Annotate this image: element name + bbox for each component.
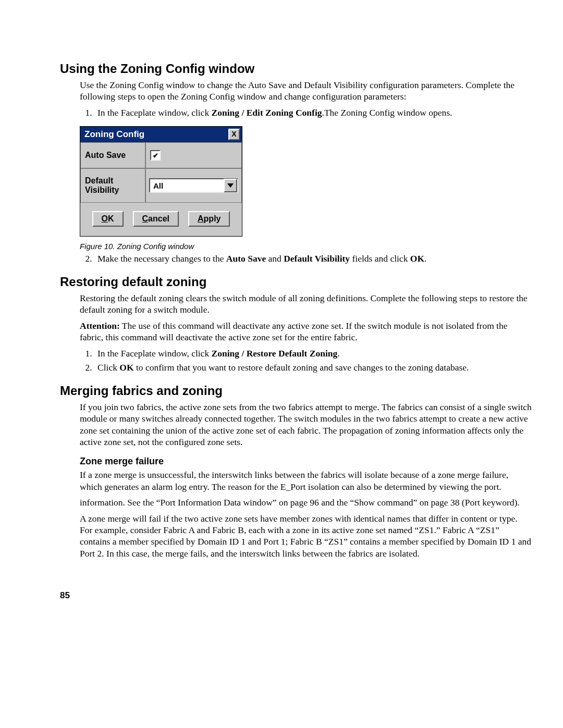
cancel-button[interactable]: Cancel xyxy=(133,211,179,227)
dialog-title: Zoning Config xyxy=(84,129,144,140)
para-zoning-config-intro: Use the Zoning Config window to change t… xyxy=(80,79,532,103)
apply-rest: pply xyxy=(204,214,221,223)
zoning-config-dialog: Zoning Config X Auto Save ✔ Default Visi… xyxy=(80,126,242,237)
restore-step-1b: Zoning / Restore Default Zoning xyxy=(212,348,338,359)
default-visibility-label: Default Visibility xyxy=(80,168,145,203)
subheading-zone-merge-failure: Zone merge failure xyxy=(80,456,532,467)
para-merge-fail-3: A zone merge will fail if the two active… xyxy=(80,513,532,560)
page-content: Using the Zoning Config window Use the Z… xyxy=(0,0,563,632)
restore-step-2b: OK xyxy=(119,362,133,373)
close-icon[interactable]: X xyxy=(228,129,240,140)
restore-step-1c: . xyxy=(337,348,339,359)
step-2-ok: OK xyxy=(410,253,424,264)
heading-merging-fabrics: Merging fabrics and zoning xyxy=(60,384,532,398)
default-visibility-select[interactable]: All xyxy=(149,178,238,193)
auto-save-label: Auto Save xyxy=(80,142,145,168)
auto-save-cell: ✔ xyxy=(145,142,242,168)
default-visibility-cell: All xyxy=(145,168,242,203)
dialog-titlebar: Zoning Config X xyxy=(80,127,242,142)
step-1-text-c: .The Zoning Config window opens. xyxy=(322,107,452,118)
auto-save-checkbox[interactable]: ✔ xyxy=(150,150,161,161)
restore-step-2a: Click xyxy=(97,362,119,373)
ok-mnemonic: O xyxy=(102,214,108,223)
step-2-make-changes: Make the necessary changes to the Auto S… xyxy=(94,253,532,265)
step-1-text-a: In the Faceplate window, click xyxy=(97,107,212,118)
cancel-mnemonic: C xyxy=(142,214,149,223)
ok-rest: K xyxy=(108,214,114,223)
step-1-menu-path: Zoning / Edit Zoning Config xyxy=(212,107,322,118)
dialog-button-row: OK Cancel Apply xyxy=(80,203,242,236)
steps-open-zoning-config: In the Faceplate window, click Zoning / … xyxy=(80,107,532,119)
default-visibility-value: All xyxy=(153,181,163,190)
figure-caption-10: Figure 10. Zoning Config window xyxy=(80,242,532,251)
para-restore-intro: Restoring the default zoning clears the … xyxy=(80,292,532,316)
restore-step-1: In the Faceplate window, click Zoning / … xyxy=(94,348,532,360)
dialog-grid: Auto Save ✔ Default Visibility All xyxy=(80,142,242,203)
steps-restore-default: In the Faceplate window, click Zoning / … xyxy=(80,348,532,374)
chevron-down-icon[interactable] xyxy=(224,179,237,192)
step-1-open-config: In the Faceplate window, click Zoning / … xyxy=(94,107,532,119)
para-attention: Attention: The use of this command will … xyxy=(80,320,532,343)
step-2-text-c: and xyxy=(266,253,284,264)
page-number: 85 xyxy=(60,590,532,601)
steps-open-zoning-config-cont: Make the necessary changes to the Auto S… xyxy=(80,253,532,265)
restore-step-2c: to confirm that you want to restore defa… xyxy=(134,362,469,373)
para-merge-fail-2: information. See the “Port Information D… xyxy=(80,497,532,508)
step-2-autosave: Auto Save xyxy=(226,253,266,264)
apply-button[interactable]: Apply xyxy=(188,211,230,227)
para-merge-fail-1: If a zone merge is unsuccessful, the int… xyxy=(80,469,532,492)
step-2-text-g: . xyxy=(424,253,426,264)
step-2-defvis: Default Visibility xyxy=(284,253,350,264)
heading-using-zoning-config: Using the Zoning Config window xyxy=(60,61,532,76)
restore-step-2: Click OK to confirm that you want to res… xyxy=(94,362,532,374)
apply-mnemonic: A xyxy=(198,214,204,223)
attention-body: The use of this command will deactivate … xyxy=(80,320,508,342)
attention-label: Attention: xyxy=(80,320,120,331)
restore-step-1a: In the Faceplate window, click xyxy=(97,348,212,359)
cancel-rest: ancel xyxy=(148,214,169,223)
step-2-text-a: Make the necessary changes to the xyxy=(97,253,226,264)
para-merging-intro: If you join two fabrics, the active zone… xyxy=(80,401,532,448)
heading-restoring-default-zoning: Restoring default zoning xyxy=(60,275,532,289)
ok-button[interactable]: OK xyxy=(92,211,124,227)
step-2-text-e: fields and click xyxy=(350,253,410,264)
